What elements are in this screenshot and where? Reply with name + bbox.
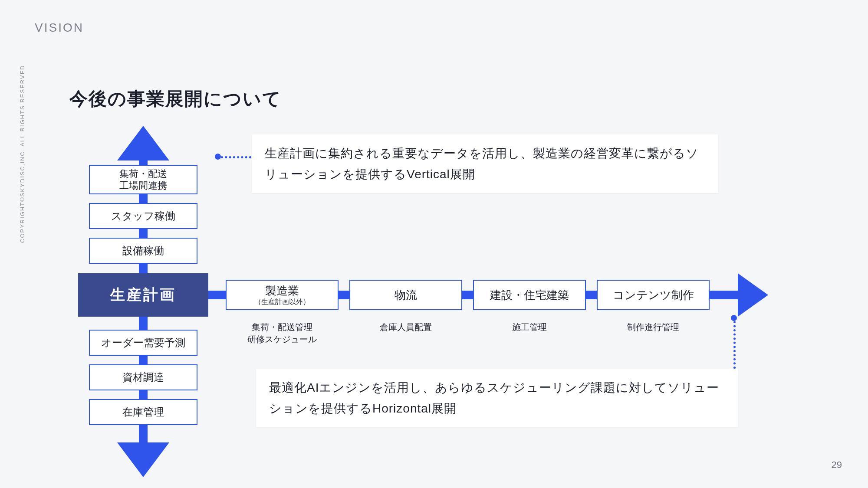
arrow-down-icon [117,442,169,477]
horizontal-box-2: 建設・住宅建築 [473,280,586,310]
vertical-box-down-2: 在庫管理 [89,399,197,425]
section-label: VISION [35,21,84,35]
horizontal-caption-1: 倉庫人員配置 [349,321,462,333]
arrow-up-icon [117,126,169,160]
horizontal-expansion-card: 最適化AIエンジンを活用し、あらゆるスケジューリング課題に対してソリューションを… [256,369,738,427]
vertical-box-up-0: 集荷・配送工場間連携 [89,165,197,194]
vertical-box-down-1: 資材調達 [89,364,197,390]
page-number: 29 [832,459,842,471]
horizontal-box-2-label: 建設・住宅建築 [490,288,569,303]
horizontal-box-0: 製造業 （生産計画以外） [226,280,339,310]
vertical-box-up-1: スタッフ稼働 [89,203,197,229]
arrow-right-icon [738,273,768,317]
dot-icon [731,315,737,321]
core-box: 生産計画 [78,273,208,317]
dot-icon [215,154,221,160]
horizontal-box-1: 物流 [349,280,462,310]
vertical-box-down-0: オーダー需要予測 [89,330,197,356]
horizontal-box-0-sub: （生産計画以外） [254,298,310,307]
horizontal-caption-2: 施工管理 [473,321,586,333]
horizontal-caption-0: 集荷・配送管理研修スケジュール [226,321,339,345]
copyright: COPYRIGHT©SKYDISC,INC. ALL RIGHTS RESERV… [19,65,26,243]
horizontal-box-0-label: 製造業 [265,283,299,298]
dotted-connector-bottom [733,321,736,369]
vertical-box-up-2: 設備稼働 [89,238,197,264]
horizontal-caption-3: 制作進行管理 [597,321,710,333]
horizontal-box-3-label: コンテンツ制作 [613,288,694,303]
horizontal-box-1-label: 物流 [395,288,417,303]
dotted-connector-top [221,156,251,158]
horizontal-box-3: コンテンツ制作 [597,280,710,310]
page-title: 今後の事業展開について [69,87,282,111]
vertical-expansion-card: 生産計画に集約される重要なデータを活用し、製造業の経営変革に繋がるソリューション… [252,134,718,193]
